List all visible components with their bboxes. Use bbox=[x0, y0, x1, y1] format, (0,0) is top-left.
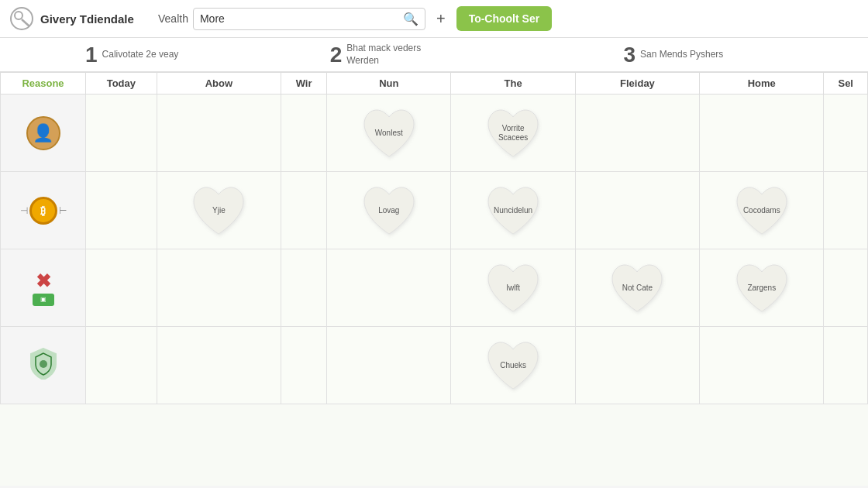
cell-r3-today bbox=[86, 327, 157, 404]
heart-bubble: Nuncidelun bbox=[482, 181, 544, 239]
cell-r1-sel bbox=[824, 172, 868, 249]
reason-cell: ✖ ▣ bbox=[1, 249, 86, 327]
heart-label: Wonlest bbox=[369, 129, 409, 138]
col-header-home: Home bbox=[700, 73, 824, 95]
col-header-nun: Nun bbox=[327, 73, 451, 95]
cell-r0-fleiday bbox=[575, 95, 699, 172]
col-header-abow: Abow bbox=[157, 73, 281, 95]
heart-label: Chueks bbox=[494, 361, 532, 370]
heart-bubble: Vorrite Scacees bbox=[482, 104, 544, 162]
cell-r2-abow bbox=[157, 249, 281, 327]
col-header-reason: Reasone bbox=[1, 73, 86, 95]
heart-label: Nuncidelun bbox=[487, 206, 539, 215]
cell-r0-nun: Wonlest bbox=[327, 95, 451, 172]
group-3-header: 3 San Mends Pyshers bbox=[623, 43, 868, 67]
logo-icon bbox=[9, 6, 34, 31]
group-1-label: Calivotate 2e veay bbox=[102, 49, 179, 61]
table-row: ✖ ▣ Iwlft Not Cate bbox=[1, 249, 868, 327]
heart-label: Zargens bbox=[741, 284, 782, 293]
cell-r1-today bbox=[86, 172, 157, 249]
cell-r0-home bbox=[700, 95, 824, 172]
column-header-row: Reasone Today Abow Wir Nun The Fleiday H… bbox=[1, 73, 868, 95]
heart-label: Iwlft bbox=[500, 284, 526, 293]
col-header-fleiday: Fleiday bbox=[575, 73, 699, 95]
logo-area: Givery Tdiendale bbox=[9, 6, 149, 31]
heart-label: Vorrite Scacees bbox=[482, 124, 544, 143]
cell-r1-the: Nuncidelun bbox=[451, 172, 575, 249]
heart-bubble: Yjie bbox=[188, 181, 250, 239]
action-button[interactable]: To-Choolt Ser bbox=[456, 6, 553, 31]
cell-r2-home: Zargens bbox=[700, 249, 824, 327]
group-3-label: San Mends Pyshers bbox=[640, 49, 723, 61]
cell-r1-nun: Lovag bbox=[327, 172, 451, 249]
cell-r3-fleiday bbox=[575, 327, 699, 404]
search-icon: 🔍 bbox=[403, 12, 418, 26]
cell-r2-nun bbox=[327, 249, 451, 327]
group-header-spacer bbox=[0, 43, 85, 67]
table-row: Chueks bbox=[1, 327, 868, 404]
cell-r3-nun bbox=[327, 327, 451, 404]
search-input[interactable] bbox=[200, 12, 398, 25]
heart-bubble: Iwlft bbox=[482, 259, 544, 317]
group-1-header: 1 Calivotate 2e veay bbox=[85, 43, 330, 67]
svg-point-3 bbox=[40, 360, 47, 368]
heart-bubble: Chueks bbox=[482, 336, 544, 394]
logo-text: Givery Tdiendale bbox=[40, 12, 134, 26]
cell-r0-the: Vorrite Scacees bbox=[451, 95, 575, 172]
cell-r0-today bbox=[86, 95, 157, 172]
add-button[interactable]: + bbox=[430, 10, 452, 28]
cell-r1-abow: Yjie bbox=[157, 172, 281, 249]
cell-r1-fleiday bbox=[575, 172, 699, 249]
search-label: Vealth bbox=[158, 12, 188, 25]
header: Givery Tdiendale Vealth 🔍 + To-Choolt Se… bbox=[0, 0, 868, 38]
group-3-number: 3 bbox=[623, 44, 636, 66]
group-2-number: 2 bbox=[330, 44, 343, 66]
avatar-icon: 👤 bbox=[26, 116, 60, 150]
heart-bubble: Cocodams bbox=[731, 181, 793, 239]
heart-bubble: Lovag bbox=[358, 181, 420, 239]
table-container: Reasone Today Abow Wir Nun The Fleiday H… bbox=[0, 72, 868, 486]
heart-bubble: Zargens bbox=[731, 259, 793, 317]
search-box: 🔍 bbox=[193, 8, 425, 30]
group-2-label: Bhat mack veders Werden bbox=[346, 43, 439, 67]
cell-r2-wir bbox=[281, 249, 327, 327]
svg-point-1 bbox=[15, 12, 22, 19]
table-row: 👤 Wonlest Vorrite Scacees bbox=[1, 95, 868, 172]
heart-label: Cocodams bbox=[737, 206, 787, 215]
cell-r0-sel bbox=[824, 95, 868, 172]
reason-cell: 👤 bbox=[1, 95, 86, 172]
cell-r3-home bbox=[700, 327, 824, 404]
search-area: Vealth 🔍 + To-Choolt Ser bbox=[158, 6, 859, 31]
heart-label: Yjie bbox=[206, 206, 232, 215]
col-header-wir: Wir bbox=[281, 73, 327, 95]
group-header-row: 1 Calivotate 2e veay 2 Bhat mack veders … bbox=[0, 38, 868, 72]
reason-cell: ⊣ ₿ ⊢ bbox=[1, 172, 86, 249]
svg-line-2 bbox=[22, 19, 29, 26]
cell-r2-today bbox=[86, 249, 157, 327]
cell-r3-the: Chueks bbox=[451, 327, 575, 404]
cell-r1-wir bbox=[281, 172, 327, 249]
coin-icon: ⊣ ₿ ⊢ bbox=[20, 197, 67, 225]
col-header-today: Today bbox=[86, 73, 157, 95]
cell-r0-abow bbox=[157, 95, 281, 172]
cell-r2-fleiday: Not Cate bbox=[575, 249, 699, 327]
group-2-header: 2 Bhat mack veders Werden bbox=[330, 43, 624, 67]
heart-label: Not Cate bbox=[616, 284, 659, 293]
table-row: ⊣ ₿ ⊢ Yjie Lovag bbox=[1, 172, 868, 249]
cell-r3-abow bbox=[157, 327, 281, 404]
reason-cell bbox=[1, 327, 86, 404]
heart-bubble: Not Cate bbox=[606, 259, 668, 317]
cell-r1-home: Cocodams bbox=[700, 172, 824, 249]
heart-bubble: Wonlest bbox=[358, 104, 420, 162]
col-header-sel: Sel bbox=[824, 73, 868, 95]
cell-r3-sel bbox=[824, 327, 868, 404]
cell-r3-wir bbox=[281, 327, 327, 404]
cell-r2-sel bbox=[824, 249, 868, 327]
cross-icon: ✖ ▣ bbox=[33, 270, 54, 306]
cell-r0-wir bbox=[281, 95, 327, 172]
group-1-number: 1 bbox=[85, 44, 98, 66]
col-header-the: The bbox=[451, 73, 575, 95]
main-grid: Reasone Today Abow Wir Nun The Fleiday H… bbox=[0, 72, 868, 404]
shield-icon bbox=[1, 345, 85, 386]
cell-r2-the: Iwlft bbox=[451, 249, 575, 327]
